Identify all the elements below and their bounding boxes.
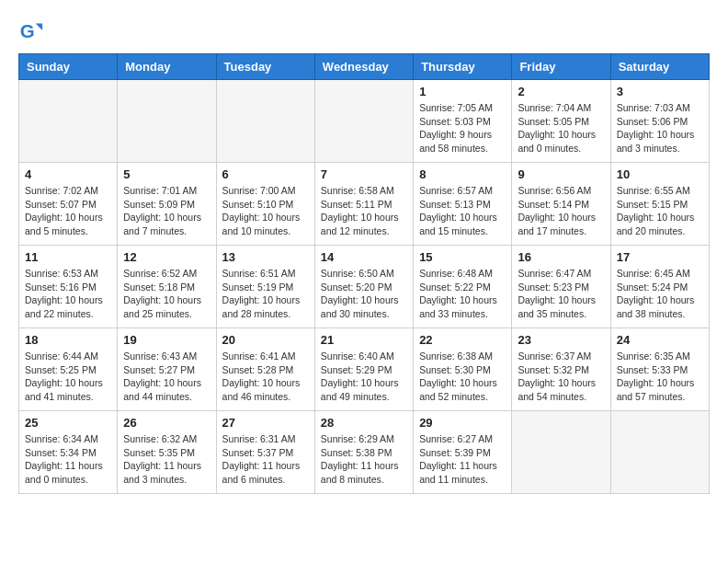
calendar-cell: 26Sunrise: 6:32 AMSunset: 5:35 PMDayligh…: [118, 411, 216, 494]
day-info: Sunrise: 6:40 AMSunset: 5:29 PMDaylight:…: [321, 350, 407, 404]
day-number: 26: [123, 416, 210, 430]
day-info: Sunrise: 6:29 AMSunset: 5:38 PMDaylight:…: [321, 432, 407, 487]
day-number: 22: [419, 333, 506, 347]
day-number: 7: [321, 167, 407, 181]
calendar-cell: 8Sunrise: 6:57 AMSunset: 5:13 PMDaylight…: [414, 163, 512, 246]
calendar-cell: 1Sunrise: 7:05 AMSunset: 5:03 PMDaylight…: [414, 80, 512, 163]
calendar-cell: 2Sunrise: 7:04 AMSunset: 5:05 PMDaylight…: [512, 80, 610, 163]
day-info: Sunrise: 6:47 AMSunset: 5:23 PMDaylight:…: [518, 267, 604, 321]
calendar-cell: 11Sunrise: 6:53 AMSunset: 5:16 PMDayligh…: [19, 246, 118, 328]
day-number: 27: [222, 416, 309, 430]
day-header-thursday: Thursday: [414, 54, 512, 80]
day-number: 18: [25, 333, 111, 347]
calendar-cell: 18Sunrise: 6:44 AMSunset: 5:25 PMDayligh…: [19, 328, 118, 411]
day-number: 3: [617, 85, 703, 98]
day-info: Sunrise: 6:57 AMSunset: 5:13 PMDaylight:…: [419, 184, 506, 238]
calendar-cell: [19, 80, 118, 163]
calendar-cell: 6Sunrise: 7:00 AMSunset: 5:10 PMDaylight…: [216, 163, 314, 246]
day-info: Sunrise: 6:51 AMSunset: 5:19 PMDaylight:…: [222, 267, 309, 321]
day-number: 14: [321, 250, 407, 264]
logo: G: [18, 18, 48, 44]
day-header-sunday: Sunday: [19, 54, 118, 80]
day-number: 9: [518, 167, 604, 181]
calendar-cell: 13Sunrise: 6:51 AMSunset: 5:19 PMDayligh…: [216, 246, 314, 328]
calendar-cell: 16Sunrise: 6:47 AMSunset: 5:23 PMDayligh…: [512, 246, 610, 328]
calendar-week-row: 1Sunrise: 7:05 AMSunset: 5:03 PMDaylight…: [19, 80, 710, 163]
calendar-cell: [512, 411, 610, 494]
calendar-cell: 23Sunrise: 6:37 AMSunset: 5:32 PMDayligh…: [512, 328, 610, 411]
day-info: Sunrise: 6:56 AMSunset: 5:14 PMDaylight:…: [518, 184, 604, 238]
day-info: Sunrise: 6:50 AMSunset: 5:20 PMDaylight:…: [321, 267, 407, 321]
calendar-cell: 19Sunrise: 6:43 AMSunset: 5:27 PMDayligh…: [118, 328, 216, 411]
svg-text:G: G: [20, 20, 35, 41]
calendar-cell: [216, 80, 314, 163]
day-header-monday: Monday: [118, 54, 216, 80]
day-number: 28: [321, 416, 407, 430]
calendar-cell: 10Sunrise: 6:55 AMSunset: 5:15 PMDayligh…: [610, 163, 709, 246]
calendar-cell: 3Sunrise: 7:03 AMSunset: 5:06 PMDaylight…: [610, 80, 709, 163]
day-number: 12: [123, 250, 210, 264]
day-number: 19: [123, 333, 210, 347]
day-header-wednesday: Wednesday: [314, 54, 413, 80]
day-info: Sunrise: 6:55 AMSunset: 5:15 PMDaylight:…: [617, 184, 703, 238]
calendar-cell: 27Sunrise: 6:31 AMSunset: 5:37 PMDayligh…: [216, 411, 314, 494]
day-number: 1: [419, 85, 506, 98]
calendar-cell: 5Sunrise: 7:01 AMSunset: 5:09 PMDaylight…: [118, 163, 216, 246]
day-info: Sunrise: 6:48 AMSunset: 5:22 PMDaylight:…: [419, 267, 506, 321]
day-number: 13: [222, 250, 309, 264]
calendar-cell: 12Sunrise: 6:52 AMSunset: 5:18 PMDayligh…: [118, 246, 216, 328]
day-info: Sunrise: 6:31 AMSunset: 5:37 PMDaylight:…: [222, 432, 309, 487]
day-number: 23: [518, 333, 604, 347]
day-number: 20: [222, 333, 309, 347]
day-info: Sunrise: 6:41 AMSunset: 5:28 PMDaylight:…: [222, 350, 309, 404]
day-info: Sunrise: 7:04 AMSunset: 5:05 PMDaylight:…: [518, 101, 604, 155]
day-number: 4: [25, 167, 111, 181]
calendar-week-row: 11Sunrise: 6:53 AMSunset: 5:16 PMDayligh…: [19, 246, 710, 328]
calendar-cell: 29Sunrise: 6:27 AMSunset: 5:39 PMDayligh…: [414, 411, 512, 494]
day-info: Sunrise: 6:58 AMSunset: 5:11 PMDaylight:…: [321, 184, 407, 238]
day-number: 8: [419, 167, 506, 181]
calendar-cell: 17Sunrise: 6:45 AMSunset: 5:24 PMDayligh…: [610, 246, 709, 328]
day-info: Sunrise: 6:52 AMSunset: 5:18 PMDaylight:…: [123, 267, 210, 321]
day-info: Sunrise: 6:53 AMSunset: 5:16 PMDaylight:…: [25, 267, 111, 321]
calendar-cell: [610, 411, 709, 494]
day-info: Sunrise: 6:38 AMSunset: 5:30 PMDaylight:…: [419, 350, 506, 404]
calendar-cell: 4Sunrise: 7:02 AMSunset: 5:07 PMDaylight…: [19, 163, 118, 246]
calendar-cell: 28Sunrise: 6:29 AMSunset: 5:38 PMDayligh…: [314, 411, 413, 494]
day-number: 11: [25, 250, 111, 264]
calendar-cell: 15Sunrise: 6:48 AMSunset: 5:22 PMDayligh…: [414, 246, 512, 328]
calendar-header-row: SundayMondayTuesdayWednesdayThursdayFrid…: [19, 54, 710, 80]
day-header-tuesday: Tuesday: [216, 54, 314, 80]
day-number: 17: [617, 250, 703, 264]
svg-marker-1: [36, 24, 42, 30]
day-info: Sunrise: 6:35 AMSunset: 5:33 PMDaylight:…: [617, 350, 703, 404]
calendar: SundayMondayTuesdayWednesdayThursdayFrid…: [18, 53, 710, 494]
calendar-week-row: 4Sunrise: 7:02 AMSunset: 5:07 PMDaylight…: [19, 163, 710, 246]
day-info: Sunrise: 6:44 AMSunset: 5:25 PMDaylight:…: [25, 350, 111, 404]
day-info: Sunrise: 7:03 AMSunset: 5:06 PMDaylight:…: [617, 101, 703, 155]
calendar-cell: 7Sunrise: 6:58 AMSunset: 5:11 PMDaylight…: [314, 163, 413, 246]
logo-icon: G: [18, 18, 44, 44]
calendar-week-row: 25Sunrise: 6:34 AMSunset: 5:34 PMDayligh…: [19, 411, 710, 494]
day-info: Sunrise: 6:34 AMSunset: 5:34 PMDaylight:…: [25, 432, 111, 487]
day-info: Sunrise: 6:27 AMSunset: 5:39 PMDaylight:…: [419, 432, 506, 487]
day-header-saturday: Saturday: [610, 54, 709, 80]
day-info: Sunrise: 6:37 AMSunset: 5:32 PMDaylight:…: [518, 350, 604, 404]
day-info: Sunrise: 7:05 AMSunset: 5:03 PMDaylight:…: [419, 101, 506, 155]
day-number: 10: [617, 167, 703, 181]
calendar-cell: 22Sunrise: 6:38 AMSunset: 5:30 PMDayligh…: [414, 328, 512, 411]
calendar-week-row: 18Sunrise: 6:44 AMSunset: 5:25 PMDayligh…: [19, 328, 710, 411]
day-number: 24: [617, 333, 703, 347]
calendar-cell: 24Sunrise: 6:35 AMSunset: 5:33 PMDayligh…: [610, 328, 709, 411]
day-header-friday: Friday: [512, 54, 610, 80]
day-number: 2: [518, 85, 604, 98]
calendar-cell: 21Sunrise: 6:40 AMSunset: 5:29 PMDayligh…: [314, 328, 413, 411]
calendar-cell: 14Sunrise: 6:50 AMSunset: 5:20 PMDayligh…: [314, 246, 413, 328]
day-number: 25: [25, 416, 111, 430]
calendar-cell: 20Sunrise: 6:41 AMSunset: 5:28 PMDayligh…: [216, 328, 314, 411]
day-number: 6: [222, 167, 309, 181]
calendar-cell: 25Sunrise: 6:34 AMSunset: 5:34 PMDayligh…: [19, 411, 118, 494]
day-number: 16: [518, 250, 604, 264]
header: G: [18, 18, 710, 44]
calendar-cell: [314, 80, 413, 163]
